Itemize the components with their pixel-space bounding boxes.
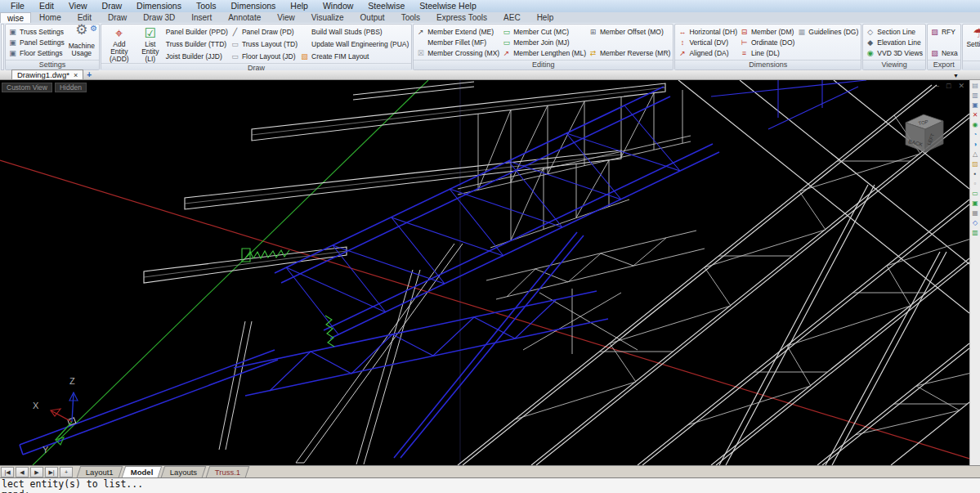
ribbon-tab[interactable]: Insert — [183, 12, 220, 23]
layout-tab[interactable]: Layout1 — [77, 466, 123, 477]
toolbar-icon[interactable]: ◑ — [971, 141, 980, 148]
layout-nav-button[interactable]: ◀ — [16, 467, 29, 477]
right-toolbar: ▤▥▣✕◉◔◑△▨▪▫▭▣▦◇▥ — [969, 80, 980, 465]
ribbon-button[interactable]: Truss Builder (TTD) — [166, 39, 228, 49]
toolbar-icon[interactable]: ▣ — [971, 101, 980, 109]
toolbar-icon[interactable]: ✕ — [971, 111, 980, 119]
menu-item[interactable]: Steelwise — [360, 0, 412, 12]
toolbar-icon[interactable]: ▤ — [971, 82, 980, 89]
ribbon-button[interactable]: Update Wall Engineering (PUA) — [300, 39, 409, 49]
drawing-canvas[interactable]: Custom View Hidden – □ ✕ — [0, 80, 969, 465]
ribbon-button[interactable]: ▣ Floor Settings — [8, 48, 65, 58]
ribbon-tab[interactable]: AEC — [495, 12, 529, 23]
ribbon-button[interactable]: ◇ Section Line — [866, 27, 923, 37]
toolbar-icon[interactable]: ▪ — [971, 170, 980, 177]
ribbon-button[interactable]: Build Wall Studs (PBS) — [300, 27, 409, 37]
ribbon-button[interactable]: ◉ VVD 3D Views — [866, 48, 923, 58]
ribbon-button[interactable]: Panel Builder (PPD) — [166, 27, 228, 37]
layout-tab[interactable]: Model — [122, 466, 163, 477]
viewport-view-control[interactable]: Custom View — [2, 83, 52, 92]
ribbon-button[interactable]: ↗ Member Extend (ME) — [416, 27, 499, 37]
ribbon-tab[interactable]: Draw — [100, 12, 135, 23]
ribbon-button[interactable]: ▭ Member Cut (MC) — [502, 27, 586, 37]
menu-item[interactable]: Window — [315, 0, 360, 12]
ribbon-button[interactable]: ↔ Horizontal (DH) — [678, 27, 737, 37]
menu-item[interactable]: Tools — [189, 0, 224, 12]
ribbon-tab[interactable]: Draw 3D — [135, 12, 183, 23]
ribbon-tab[interactable]: Edit — [69, 12, 100, 23]
ribbon-button[interactable]: ↗ Aligned (DA) — [678, 48, 737, 58]
ribbon-button[interactable]: ▧ Create FIM Layout — [300, 52, 409, 61]
add-entity-button[interactable]: ⌖ Add Entity (ADD) — [104, 26, 135, 63]
list-entity-button[interactable]: ☑ List Entity (LI) — [137, 26, 163, 63]
menu-item[interactable]: Edit — [32, 0, 61, 12]
ribbon-button[interactable]: ╱ Panel Draw (PD) — [230, 27, 298, 37]
toolbar-icon[interactable]: ▥ — [971, 229, 980, 236]
document-tab[interactable]: Drawing1.dwg* × — [11, 69, 83, 79]
layout-tab[interactable]: Truss.1 — [205, 466, 249, 477]
viewport-style-control[interactable]: Hidden — [55, 83, 87, 92]
menu-item[interactable]: View — [61, 0, 95, 12]
toolbar-icon[interactable]: ▫ — [971, 180, 980, 187]
layout-nav-button[interactable]: ▶| — [45, 467, 58, 477]
ribbon: ▣ Truss Settings ▣ Panel Settings ▣ Floo… — [0, 23, 980, 70]
menu-item[interactable]: File — [3, 0, 32, 12]
ribbon-button[interactable]: ▭ Member Join (MJ) — [502, 38, 586, 47]
ribbon-button[interactable]: ▦ Guidelines (DG) — [797, 27, 858, 37]
ribbon-button[interactable]: Member Fillet (MF) — [416, 38, 499, 47]
ribbon-button[interactable]: ▣ Truss Settings — [8, 27, 65, 37]
toolbar-icon[interactable]: ◉ — [971, 121, 980, 128]
toolbar-icon[interactable]: ▭ — [971, 190, 980, 197]
ribbon-button[interactable]: ⊢ Ordinate (DO) — [740, 38, 794, 47]
toolbar-icon[interactable]: ▨ — [971, 160, 980, 168]
toolbar-icon[interactable]: ▣ — [971, 199, 980, 207]
ribbon-tab-active[interactable]: wise — [0, 12, 31, 23]
tab-overflow-icon[interactable]: ▼ — [953, 73, 959, 78]
command-line[interactable]: lect entity(s) to list... mand: — [0, 477, 980, 493]
menu-item[interactable]: Dimensions — [223, 0, 283, 12]
layout-nav-button[interactable]: ▶ — [30, 467, 43, 477]
new-tab-button[interactable]: + — [83, 70, 95, 79]
ribbon-button[interactable]: ▨ Nexa — [930, 48, 958, 58]
ribbon-button[interactable]: ☒ Member Crossing (MX) — [416, 48, 499, 58]
ribbon-button[interactable]: ⊞ Member Offset (MO) — [588, 27, 670, 37]
ribbon-button[interactable]: ⇄ Member Reverse (MR) — [588, 48, 670, 58]
menu-item[interactable]: Draw — [95, 0, 130, 12]
toolbar-icon[interactable]: ▦ — [971, 209, 980, 217]
ribbon-button[interactable]: ▭ Truss Layout (TD) — [230, 39, 298, 49]
ribbon-tab[interactable]: Help — [529, 12, 562, 23]
toolbar-icon[interactable]: ▥ — [971, 92, 980, 99]
ribbon-tab[interactable]: Visualize — [303, 12, 352, 23]
toolbar-icon[interactable]: △ — [971, 150, 980, 158]
view-cube[interactable]: TOP BACK LEFT — [906, 114, 943, 152]
menu-item[interactable]: Help — [283, 0, 315, 12]
ribbon-button[interactable]: ▨ RFY — [930, 27, 958, 37]
ribbon-button[interactable]: ⊟ Member (DM) — [740, 27, 794, 37]
minimize-icon[interactable]: – — [935, 82, 939, 90]
machine-usage-button[interactable]: ⚙⚙ Machine Usage — [67, 26, 96, 60]
ribbon-tab[interactable]: Output — [352, 12, 393, 23]
ribbon-button[interactable]: ▣ Panel Settings — [8, 38, 65, 47]
restore-icon[interactable]: □ — [946, 82, 951, 90]
ribbon-tab[interactable]: Express Tools — [428, 12, 495, 23]
toolbar-icon[interactable]: ◇ — [971, 219, 980, 226]
ribbon-tab[interactable]: Tools — [393, 12, 428, 23]
layout-nav-button[interactable]: |◀ — [1, 467, 14, 477]
toolbar-icon[interactable]: ◔ — [971, 131, 980, 138]
layout-tab[interactable]: Layouts — [161, 466, 207, 477]
ribbon-button[interactable]: ↕ Vertical (DV) — [678, 38, 737, 47]
ribbon-button[interactable]: ◆ Elevation Line — [866, 38, 923, 47]
ribbon-button[interactable]: ↗ Member Lengthen (ML) — [502, 48, 586, 58]
snap-settings-button[interactable]: ☂ Settings — [965, 26, 980, 61]
close-icon[interactable]: × — [74, 71, 78, 79]
close-icon[interactable]: ✕ — [958, 82, 964, 90]
ribbon-tab[interactable]: View — [269, 12, 303, 23]
ribbon-button[interactable]: Joist Builder (JJD) — [166, 52, 228, 61]
layout-nav-button[interactable]: + — [60, 467, 73, 477]
menu-item[interactable]: Steelwise Help — [412, 0, 483, 12]
ribbon-button[interactable]: ≡ Line (DL) — [740, 48, 794, 58]
ribbon-tab[interactable]: Annotate — [220, 12, 269, 23]
ribbon-button[interactable]: ▭ Floor Layout (JD) — [230, 52, 298, 61]
menu-item[interactable]: Dimensions — [129, 0, 189, 12]
ribbon-tab[interactable]: Home — [31, 12, 69, 23]
